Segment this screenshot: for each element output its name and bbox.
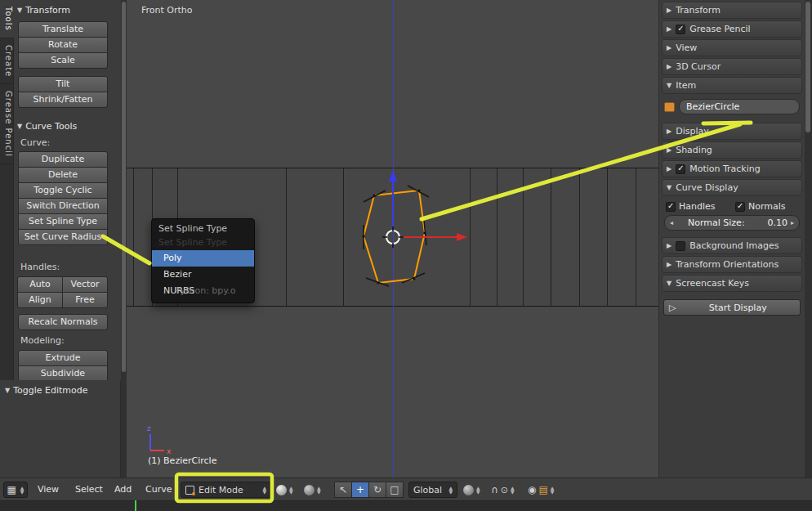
panel-header-toggle-editmode[interactable]: ▼ Toggle Editmode <box>5 383 88 397</box>
section-background-images[interactable]: ▶ Background Images <box>662 237 802 254</box>
active-object-status: (1) BezierCircle <box>148 455 216 466</box>
manipulator-scale-button[interactable]: □ <box>386 482 404 498</box>
section-item[interactable]: ▼ Item <box>662 77 802 94</box>
handles-toggle[interactable]: Handles <box>666 201 729 212</box>
menu-view[interactable]: View <box>33 482 64 498</box>
section-display[interactable]: ▶ Display <box>662 123 802 140</box>
opengl-render-image-button[interactable]: ◉ <box>528 484 536 495</box>
expand-triangle-icon: ▶ <box>667 146 671 154</box>
editor-type-dropdown[interactable]: ▦ <box>3 482 28 498</box>
translate-manipulator[interactable] <box>389 170 467 241</box>
viewport-header: ▦ View Select Add Curve Edit Mode ↖ + ↻ … <box>0 477 812 500</box>
start-display-button[interactable]: ▷ Start Display <box>663 299 801 316</box>
handles-checkbox[interactable] <box>666 202 676 212</box>
section-curve-display[interactable]: ▼ Curve Display <box>662 179 802 196</box>
normals-toggle[interactable]: Normals <box>735 201 798 212</box>
handles-label: Handles <box>679 201 716 212</box>
section-3d-cursor[interactable]: ▶ 3D Cursor <box>662 58 802 75</box>
normal-size-slider[interactable]: ◂ Normal Size: 0.10 ▸ <box>664 215 800 231</box>
panel-header-curve-tools[interactable]: ▼ Curve Tools <box>17 119 77 132</box>
curve-tools-button-group: Duplicate Delete Toggle Cyclic Switch Di… <box>18 151 108 245</box>
toolshelf-scrollbar[interactable] <box>121 0 127 477</box>
mode-dropdown[interactable]: Edit Mode <box>181 482 271 498</box>
item-name-row: BezierCircle <box>664 99 800 114</box>
axis-z-label: z <box>147 424 151 433</box>
timeline-strip[interactable] <box>0 500 812 511</box>
switch-direction-button[interactable]: Switch Direction <box>18 198 108 214</box>
section-screencast-keys[interactable]: ▼ Screencast Keys <box>662 275 802 292</box>
section-grease-pencil[interactable]: ▶ Grease Pencil <box>662 20 802 38</box>
viewport-shading-dropdown[interactable] <box>276 482 293 498</box>
handle-auto-button[interactable]: Auto <box>17 276 63 293</box>
orientation-dropdown[interactable]: Global <box>408 482 457 498</box>
snap-controls[interactable]: ∩ ⊙ <box>491 482 515 498</box>
section-label: Transform <box>676 5 721 16</box>
recalc-normals-button[interactable]: Recalc Normals <box>18 314 108 330</box>
manipulator-translate-button[interactable]: + <box>351 482 369 498</box>
shading-sphere-icon <box>276 485 287 495</box>
snap-magnet-icon: ∩ <box>491 484 498 495</box>
dropdown-arrows-icon <box>511 486 515 494</box>
modeling-button-group: Extrude Subdivide <box>18 350 108 382</box>
handle-vector-button[interactable]: Vector <box>62 276 108 293</box>
panel-title: Toggle Editmode <box>13 385 87 396</box>
section-transform-orientations[interactable]: ▶ Transform Orientations <box>662 256 802 273</box>
grease-pencil-checkbox[interactable] <box>676 25 685 34</box>
subdivide-button[interactable]: Subdivide <box>18 365 108 382</box>
section-shading[interactable]: ▶ Shading <box>662 141 802 159</box>
set-curve-radius-button[interactable]: Set Curve Radius <box>18 229 108 245</box>
menu-select[interactable]: Select <box>70 482 108 498</box>
pivot-point-dropdown[interactable] <box>304 482 321 498</box>
section-view[interactable]: ▶ View <box>662 39 802 56</box>
edit-mode-icon <box>185 486 194 495</box>
manipulator-rotate-button[interactable]: ↻ <box>368 482 386 498</box>
menu-item-nurbs[interactable]: NURBS Python: bpy.o <box>152 283 254 299</box>
properties-scrollbar[interactable] <box>805 0 812 477</box>
slider-left-arrow-icon[interactable]: ◂ <box>670 219 673 226</box>
menu-item-poly[interactable]: Poly <box>152 250 254 267</box>
delete-button[interactable]: Delete <box>18 167 108 183</box>
translate-button[interactable]: Translate <box>18 21 108 38</box>
handle-align-button[interactable]: Align <box>17 292 63 308</box>
menu-curve[interactable]: Curve <box>141 482 176 498</box>
dropdown-arrows-icon <box>551 486 555 494</box>
current-frame-marker[interactable] <box>135 500 136 511</box>
opengl-render-anim-button[interactable]: ▤ <box>538 484 547 495</box>
dropdown-arrows-icon <box>448 486 453 494</box>
extrude-button[interactable]: Extrude <box>18 350 108 366</box>
tab-tools[interactable]: Tools <box>0 0 14 38</box>
panel-header-transform[interactable]: ▼ Transform <box>17 3 70 16</box>
3d-cursor[interactable] <box>382 226 404 248</box>
expand-triangle-icon: ▼ <box>17 7 22 14</box>
object-name-field[interactable]: BezierCircle <box>679 99 800 114</box>
pivot-icon <box>304 485 315 495</box>
toggle-cyclic-button[interactable]: Toggle Cyclic <box>18 182 108 199</box>
duplicate-button[interactable]: Duplicate <box>18 151 108 168</box>
section-motion-tracking[interactable]: ▶ Motion Tracking <box>662 160 802 177</box>
background-images-checkbox[interactable] <box>676 241 685 251</box>
menu-add[interactable]: Add <box>109 482 136 498</box>
slider-right-arrow-icon[interactable]: ▸ <box>791 219 794 226</box>
scrollbar-thumb[interactable] <box>122 2 126 372</box>
expand-triangle-icon: ▼ <box>667 280 671 287</box>
scale-button[interactable]: Scale <box>18 52 108 69</box>
expand-triangle-icon: ▶ <box>667 63 671 70</box>
proportional-editing-dropdown[interactable] <box>463 482 480 498</box>
expand-triangle-icon: ▼ <box>5 387 10 394</box>
normals-checkbox[interactable] <box>735 202 745 212</box>
scrollbar-thumb[interactable] <box>805 2 810 132</box>
set-spline-type-button[interactable]: Set Spline Type <box>18 213 108 230</box>
curve-deform-button-group: Tilt Shrink/Fatten <box>18 76 108 108</box>
tab-create[interactable]: Create <box>0 38 14 84</box>
tilt-button[interactable]: Tilt <box>18 76 108 92</box>
orientation-label: Global <box>413 485 444 495</box>
shrink-fatten-button[interactable]: Shrink/Fatten <box>18 92 108 108</box>
handle-free-button[interactable]: Free <box>62 292 108 308</box>
section-transform[interactable]: ▶ Transform <box>662 2 802 19</box>
dropdown-arrows-icon <box>289 486 293 494</box>
rotate-button[interactable]: Rotate <box>18 37 108 53</box>
tab-grease-pencil[interactable]: Grease Pencil <box>0 84 14 164</box>
manipulator-pointer-button[interactable]: ↖ <box>334 482 352 498</box>
motion-tracking-checkbox[interactable] <box>676 164 685 174</box>
menu-item-bezier[interactable]: Bezier <box>152 267 254 283</box>
